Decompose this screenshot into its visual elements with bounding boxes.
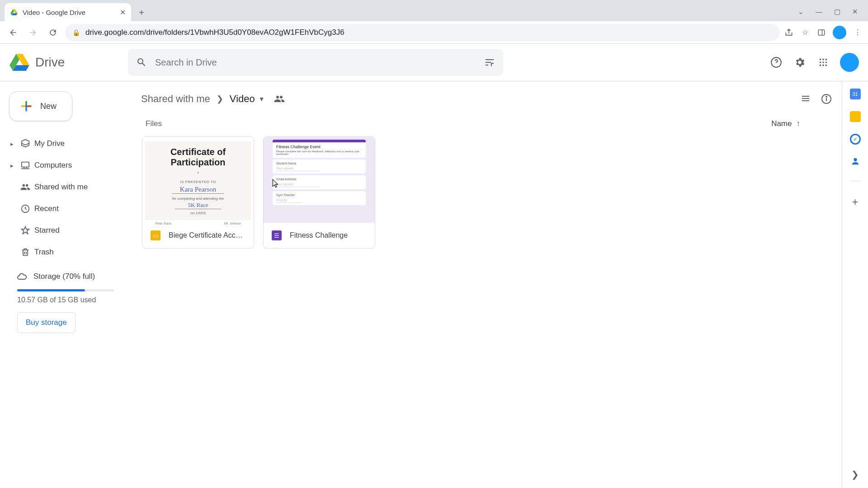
file-card[interactable]: Fitness Challenge Event Please complete … (263, 136, 375, 249)
share-icon[interactable] (784, 28, 794, 38)
shared-icon (16, 182, 34, 192)
buy-storage-button[interactable]: Buy storage (17, 312, 75, 333)
chevron-right-icon[interactable]: ▸ (7, 141, 16, 147)
recent-icon (16, 204, 34, 214)
svg-point-4 (822, 59, 824, 61)
file-card[interactable]: Certificate of Participation ⬥ IS PRESEN… (142, 136, 254, 249)
plus-icon (19, 99, 34, 114)
search-input[interactable] (155, 57, 476, 68)
profile-avatar-small[interactable] (833, 26, 846, 39)
apps-grid-icon[interactable] (816, 56, 830, 69)
back-button[interactable] (5, 25, 21, 40)
shared-people-icon[interactable] (274, 94, 285, 104)
svg-point-5 (826, 59, 827, 61)
svg-point-7 (822, 61, 824, 63)
storage-fill (17, 289, 85, 291)
sidebar-item-trash[interactable]: Trash (6, 241, 125, 263)
new-button[interactable]: New (9, 91, 72, 121)
drive-title: Drive (35, 55, 65, 70)
chevron-right-icon[interactable]: ▸ (7, 162, 16, 169)
file-name: Biege Certificate Acc… (169, 231, 243, 239)
breadcrumb-current[interactable]: Video ▼ (230, 93, 265, 105)
file-thumbnail: Certificate of Participation ⬥ IS PRESEN… (142, 137, 254, 223)
sidebar-item-label: Starred (34, 226, 60, 235)
sidebar-item-label: My Drive (34, 139, 65, 148)
forward-button (25, 25, 41, 40)
sidebar-item-computers[interactable]: ▸ Computers (6, 155, 125, 176)
starred-icon (16, 225, 34, 235)
file-name: Fitness Challenge (290, 231, 348, 239)
svg-rect-12 (25, 105, 27, 107)
calendar-icon[interactable] (850, 89, 861, 99)
drive-logo-icon (8, 51, 31, 74)
current-folder-name: Video (230, 93, 255, 105)
close-tab-icon[interactable]: ✕ (120, 8, 126, 17)
reload-button[interactable] (45, 25, 61, 40)
info-icon[interactable] (821, 94, 832, 104)
sidebar-item-storage[interactable]: Storage (70% full) (6, 271, 125, 282)
collapse-rail-icon[interactable]: ❯ (851, 469, 859, 480)
tab-search-icon[interactable]: ⌄ (798, 8, 804, 16)
window-controls: ⌄ — ▢ ✕ (798, 8, 868, 21)
new-button-label: New (40, 102, 57, 111)
svg-rect-0 (818, 30, 825, 35)
svg-rect-13 (22, 162, 29, 167)
sidebar-item-label: Recent (34, 204, 59, 213)
drive-favicon (10, 8, 18, 16)
arrow-up-icon: ↑ (797, 119, 801, 128)
sidebar-item-shared[interactable]: Shared with me (6, 176, 125, 198)
sidebar-item-my-drive[interactable]: ▸ My Drive (6, 133, 125, 155)
sidebar-item-label: Computers (34, 161, 72, 170)
search-box[interactable] (128, 49, 503, 76)
lock-icon: 🔒 (72, 29, 80, 36)
keep-icon[interactable] (850, 111, 861, 122)
svg-point-9 (820, 65, 821, 66)
side-panel-icon[interactable] (816, 28, 826, 38)
list-view-icon[interactable] (800, 94, 811, 104)
side-rail: + ❯ (842, 81, 868, 488)
computers-icon (16, 160, 34, 170)
file-thumbnail: Fitness Challenge Event Please complete … (264, 137, 375, 223)
tasks-icon[interactable] (850, 134, 861, 145)
sort-column-label: Name (771, 119, 792, 128)
address-bar: 🔒 drive.google.com/drive/folders/1VbwhH3… (0, 21, 868, 44)
chrome-menu-icon[interactable]: ⋮ (853, 28, 863, 38)
close-window-icon[interactable]: ✕ (852, 8, 858, 16)
chevron-right-icon: ❯ (217, 94, 223, 104)
storage-used-text: 10.57 GB of 15 GB used (6, 296, 125, 304)
breadcrumb: Shared with me ❯ Video ▼ (141, 89, 832, 109)
svg-point-11 (826, 65, 827, 66)
settings-icon[interactable] (793, 56, 807, 69)
minimize-icon[interactable]: — (816, 8, 822, 16)
sidebar-item-recent[interactable]: Recent (6, 198, 125, 220)
add-apps-icon[interactable]: + (852, 196, 858, 208)
content-area: Shared with me ❯ Video ▼ Files Name ↑ (131, 81, 842, 488)
drive-logo-wrap[interactable]: Drive (8, 51, 123, 74)
sidebar: New ▸ My Drive ▸ Computers Shared with m… (0, 81, 131, 488)
svg-point-18 (854, 158, 857, 161)
svg-point-8 (826, 61, 827, 63)
account-avatar[interactable] (840, 53, 859, 72)
url-field[interactable]: 🔒 drive.google.com/drive/folders/1VbwhH3… (65, 24, 779, 41)
separator (850, 181, 861, 181)
search-options-icon[interactable] (484, 57, 495, 68)
tab-title: Video - Google Drive (23, 9, 85, 16)
my-drive-icon (16, 139, 34, 149)
browser-tab[interactable]: Video - Google Drive ✕ (5, 3, 131, 21)
cloud-icon (16, 271, 27, 282)
sidebar-item-label: Shared with me (34, 183, 88, 192)
bookmark-icon[interactable]: ☆ (800, 28, 810, 38)
contacts-icon[interactable] (850, 156, 860, 166)
forms-icon: ☰ (272, 230, 282, 240)
support-icon[interactable] (769, 56, 783, 69)
search-icon[interactable] (136, 57, 147, 68)
sidebar-item-starred[interactable]: Starred (6, 220, 125, 241)
url-text: drive.google.com/drive/folders/1VbwhH3U5… (85, 28, 344, 37)
slides-icon: ▭ (151, 230, 160, 240)
breadcrumb-root[interactable]: Shared with me (141, 93, 210, 105)
new-tab-button[interactable]: + (134, 5, 149, 20)
maximize-icon[interactable]: ▢ (834, 8, 840, 16)
sort-column[interactable]: Name ↑ (771, 119, 800, 128)
browser-tab-strip: Video - Google Drive ✕ + ⌄ — ▢ ✕ (0, 0, 868, 21)
svg-point-17 (826, 96, 827, 97)
